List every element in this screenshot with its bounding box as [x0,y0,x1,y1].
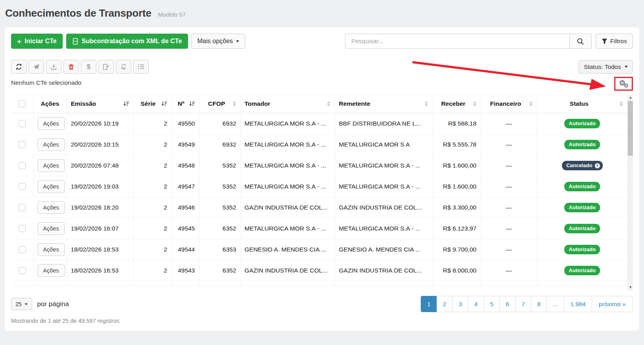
list-icon [138,64,144,70]
row-actions-button[interactable]: Ações [38,159,65,172]
row-actions-button[interactable]: Ações [38,243,65,256]
column-header-status[interactable]: Status [537,95,628,113]
search-icon [577,38,584,45]
billing-button[interactable]: $ [81,60,96,74]
search-button[interactable] [569,34,592,49]
cte-table-wrap: Ações Emissão Série [11,94,633,291]
column-label: Receber [437,100,470,107]
column-settings-button[interactable]: ⚙⚙ [617,78,630,89]
row-actions-button[interactable]: Ações [38,117,65,130]
row-actions-cell: Ações [33,176,67,197]
column-header-receber[interactable]: Receber [432,95,481,113]
scrollbar-thumb[interactable] [628,101,633,156]
iniciar-cte-label: Iniciar CTe [25,38,57,45]
column-header-serie[interactable]: Série [133,95,171,113]
xml-file-icon [72,38,79,45]
page-header: Conhecimentos de Transporte Modelo 57 [0,0,644,27]
refresh-button[interactable] [11,60,27,74]
column-header-emissao[interactable]: Emissão [67,95,133,113]
caret-down-icon [25,303,28,305]
page-button-8[interactable]: 8 [531,296,547,312]
row-checkbox[interactable] [19,183,26,190]
page-button-2[interactable]: 2 [437,296,453,312]
serie-cell: 2 [133,197,171,218]
row-checkbox[interactable] [19,120,26,127]
filtros-button[interactable]: Filtros [596,34,633,49]
row-select-cell [11,155,33,176]
row-checkbox[interactable] [19,267,26,274]
edit-document-button[interactable] [98,60,114,74]
page-button-1.984[interactable]: 1.984 [564,296,592,312]
clipped-row [11,281,628,286]
page-button-3[interactable]: 3 [452,296,468,312]
column-header-financeiro[interactable]: Financeiro [481,95,537,113]
status-filter-label: Status: Todos [584,63,621,71]
pagination-row: 25 por página 12345678...1.984próximo » [11,296,633,312]
tomador-cell: METALURGICA MOR S.A - ... [240,113,335,134]
content-card: + Iniciar CTe Subcontratação com XML de … [5,27,639,331]
row-checkbox[interactable] [19,246,26,253]
send-button[interactable] [29,60,44,74]
row-actions-cell: Ações [33,134,67,155]
column-header-cfop[interactable]: CFOP [199,95,240,113]
table-scrollbar[interactable] [628,95,633,290]
status-badge: Autorizado [564,203,600,212]
search-group: Filtros [345,34,633,49]
row-checkbox[interactable] [19,162,26,169]
column-header-numero[interactable]: Nº [171,95,199,113]
export-pdf-button[interactable]: PDF [116,60,131,74]
page-button-6[interactable]: 6 [499,296,516,312]
subcontratacao-xml-button[interactable]: Subcontratação com XML de CTe [66,34,188,49]
list-view-button[interactable] [133,60,149,74]
receber-cell: R$ 6.123,97 [432,218,481,239]
table-body: Ações 20/02/2026 10:19 2 49550 6932 META… [11,113,628,286]
status-cell: Autorizado [537,197,628,218]
mais-opcoes-button[interactable]: Mais opções [192,34,245,49]
column-header-remetente[interactable]: Remetente [335,95,432,113]
scroll-up-button[interactable] [628,95,633,101]
row-actions-button[interactable]: Ações [38,201,65,214]
status-cell: Autorizado [537,260,628,281]
page-button-5[interactable]: 5 [484,296,500,312]
select-all-checkbox[interactable] [19,100,26,107]
row-actions-button[interactable]: Ações [38,180,65,193]
next-page-button[interactable]: próximo » [592,296,633,312]
search-input[interactable] [345,34,569,49]
row-actions-button[interactable]: Ações [38,138,65,151]
column-header-tomador[interactable]: Tomador [240,95,335,113]
status-badge: Autorizado [564,224,600,233]
row-checkbox[interactable] [19,225,26,232]
page-button-1[interactable]: 1 [421,296,437,312]
sort-icon [327,101,331,106]
cfop-cell: 5352 [199,155,240,176]
row-actions-button[interactable]: Ações [38,264,65,277]
emissao-cell: 20/02/2026 10:19 [67,113,133,134]
status-filter-dropdown[interactable]: Status: Todos [579,60,633,74]
serie-cell: 2 [133,155,171,176]
row-checkbox[interactable] [19,141,26,148]
download-button[interactable] [46,60,61,74]
trash-icon [68,64,74,70]
serie-cell: 2 [133,218,171,239]
scroll-down-button[interactable] [628,284,633,290]
emissao-cell: 18/02/2026 16:53 [67,260,133,281]
row-actions-button[interactable]: Ações [38,222,65,235]
delete-button[interactable] [63,60,79,74]
edit-document-icon [103,64,109,70]
tomador-cell: METALURGICA MOR S.A - ... [240,155,335,176]
filter-icon [602,38,608,44]
page-button-4[interactable]: 4 [468,296,484,312]
status-cell: Autorizado [537,218,628,239]
per-page-label: por página [37,300,69,308]
numero-cell: 49543 [171,260,199,281]
per-page-dropdown[interactable]: 25 [11,298,32,310]
row-checkbox[interactable] [19,204,26,211]
iniciar-cte-button[interactable]: + Iniciar CTe [11,34,63,49]
page-button-7[interactable]: 7 [515,296,531,312]
status-label: Autorizado [569,267,596,274]
serie-cell: 2 [133,260,171,281]
financeiro-cell: — [481,218,537,239]
info-icon[interactable]: i [595,163,600,168]
cfop-cell: 5352 [199,176,240,197]
numero-cell: 49544 [171,239,199,260]
